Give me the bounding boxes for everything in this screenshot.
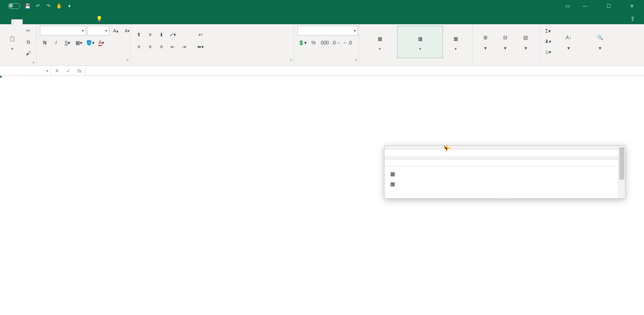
tab-home[interactable] bbox=[11, 19, 23, 24]
fill-color-button[interactable]: 🪣▾ bbox=[85, 38, 95, 48]
ribbon: 📋 ▾ ✂ ⧉ 🖌 ↘ ▾ ▾ A▴ A▾ N I S▾ ▦▾ bbox=[0, 24, 644, 66]
ribbon-tabs: 💡 ⇪ bbox=[0, 12, 644, 24]
merge-center-button[interactable]: ⬌ ▾ bbox=[194, 42, 207, 52]
gallery-section-light bbox=[385, 146, 625, 149]
gallery-resize-grip[interactable]: ⋯⋯ bbox=[385, 191, 625, 198]
font-color-button[interactable]: A▾ bbox=[96, 38, 106, 48]
dialog-launcher-icon[interactable]: ↘ bbox=[354, 57, 357, 62]
tab-review[interactable] bbox=[68, 19, 79, 24]
sort-icon: A↓ bbox=[562, 32, 575, 44]
increase-decimal-button[interactable]: .0→ bbox=[331, 38, 341, 48]
undo-icon[interactable]: ↶ bbox=[35, 3, 41, 9]
indent-increase-button[interactable]: ⇥ bbox=[179, 42, 189, 52]
clear-button[interactable]: ◇▾ bbox=[543, 47, 553, 57]
tab-formulas[interactable] bbox=[45, 19, 56, 24]
group-editing: Σ▾ ⬇▾ ◇▾ A↓▾ 🔍▾ bbox=[540, 24, 644, 65]
dialog-launcher-icon[interactable]: ↘ bbox=[31, 60, 35, 64]
cancel-formula-button[interactable]: ✕ bbox=[51, 68, 63, 74]
align-left-button[interactable]: ≡ bbox=[134, 42, 144, 52]
format-cells-button[interactable]: ▤▾ bbox=[515, 26, 536, 57]
wrap-text-button[interactable]: ↩ bbox=[194, 30, 207, 40]
tell-me-search[interactable]: 💡 bbox=[90, 13, 111, 24]
insert-icon: ⊞ bbox=[479, 32, 491, 44]
sort-filter-button[interactable]: A↓▾ bbox=[554, 26, 583, 57]
new-table-style-menuitem[interactable]: ▦ bbox=[385, 169, 625, 179]
orientation-button[interactable]: ⤢▾ bbox=[168, 30, 178, 40]
dialog-launcher-icon[interactable]: ↘ bbox=[125, 57, 129, 62]
ribbon-options-icon[interactable]: ▭ bbox=[564, 3, 571, 9]
align-right-button[interactable]: ≡ bbox=[157, 42, 166, 52]
save-icon[interactable]: 💾 bbox=[24, 3, 31, 9]
conditional-formatting-button[interactable]: ▦ ▾ bbox=[362, 26, 397, 58]
fx-button[interactable]: fx bbox=[74, 68, 85, 74]
align-center-button[interactable]: ≡ bbox=[145, 42, 155, 52]
fill-button[interactable]: ⬇▾ bbox=[543, 37, 553, 46]
delete-icon: ⊟ bbox=[499, 32, 511, 44]
share-icon: ⇪ bbox=[630, 15, 635, 22]
tab-view[interactable] bbox=[79, 19, 90, 24]
tab-insert[interactable] bbox=[23, 19, 34, 24]
group-clipboard: 📋 ▾ ✂ ⧉ 🖌 ↘ bbox=[0, 24, 37, 65]
number-format-combo[interactable]: ▾ bbox=[297, 26, 358, 36]
redo-icon[interactable]: ↷ bbox=[45, 3, 52, 9]
gallery-scrollbar[interactable] bbox=[618, 146, 625, 198]
pivot-icon: ▦ bbox=[390, 181, 395, 187]
group-styles: ▦ ▾ ▦ ▾ ▦ ▾ bbox=[359, 24, 473, 65]
borders-button[interactable]: ▦▾ bbox=[74, 38, 84, 48]
tab-layout[interactable] bbox=[34, 19, 45, 24]
accounting-format-button[interactable]: 💲▾ bbox=[297, 38, 307, 48]
touch-mode-icon[interactable]: ✋ bbox=[56, 3, 62, 9]
copy-button[interactable]: ⧉ bbox=[23, 37, 33, 47]
close-button[interactable]: ✕ bbox=[623, 0, 641, 12]
share-button[interactable]: ⇪ bbox=[624, 13, 644, 24]
cond-format-icon: ▦ bbox=[374, 33, 386, 45]
cell-styles-button[interactable]: ▦ ▾ bbox=[443, 26, 468, 58]
group-alignment: ⬆ ≡ ⬇ ⤢▾ ≡ ≡ ≡ ⇤ ⇥ ↩ ⬌ ▾ ↘ bbox=[131, 24, 294, 65]
percent-button[interactable]: % bbox=[309, 38, 318, 48]
font-name-combo[interactable]: ▾ bbox=[40, 26, 86, 36]
group-font: ▾ ▾ A▴ A▾ N I S▾ ▦▾ 🪣▾ A▾ ↘ bbox=[37, 24, 131, 65]
italic-button[interactable]: I bbox=[51, 38, 61, 48]
lightbulb-icon: 💡 bbox=[96, 16, 102, 22]
autosave-toggle[interactable] bbox=[6, 3, 20, 9]
group-number: ▾ 💲▾ % 000 .0→ ←.0 ↘ bbox=[294, 24, 359, 65]
format-as-table-button[interactable]: ▦ ▾ bbox=[397, 26, 443, 58]
thousands-button[interactable]: 000 bbox=[320, 38, 330, 48]
insert-cells-button[interactable]: ⊞▾ bbox=[476, 26, 496, 57]
decrease-decimal-button[interactable]: ←.0 bbox=[343, 38, 352, 48]
autosum-button[interactable]: Σ▾ bbox=[543, 26, 553, 36]
align-bottom-button[interactable]: ⬇ bbox=[157, 30, 166, 40]
toggle-off-icon bbox=[8, 3, 20, 9]
dialog-launcher-icon[interactable]: ↘ bbox=[289, 57, 292, 62]
paste-button[interactable]: 📋 ▾ bbox=[3, 26, 21, 58]
font-size-combo[interactable]: ▾ bbox=[88, 26, 109, 36]
group-cells: ⊞▾ ⊟▾ ▤▾ bbox=[473, 24, 540, 65]
delete-cells-button[interactable]: ⊟▾ bbox=[496, 26, 515, 57]
enter-formula-button[interactable]: ✓ bbox=[63, 68, 74, 74]
formula-bar: ▾ ✕ ✓ fx bbox=[0, 66, 644, 76]
increase-font-button[interactable]: A▴ bbox=[111, 26, 121, 36]
clipboard-icon: 📋 bbox=[6, 33, 18, 45]
underline-button[interactable]: S▾ bbox=[63, 38, 72, 48]
indent-decrease-button[interactable]: ⇤ bbox=[168, 42, 178, 52]
align-top-button[interactable]: ⬆ bbox=[134, 30, 144, 40]
formula-input[interactable] bbox=[86, 66, 644, 76]
cell-styles-icon: ▦ bbox=[450, 33, 462, 45]
tab-file[interactable] bbox=[0, 19, 11, 24]
format-painter-button[interactable]: 🖌 bbox=[23, 48, 33, 58]
gallery-section-medium bbox=[385, 156, 625, 160]
name-box[interactable]: ▾ bbox=[0, 66, 51, 76]
tab-data[interactable] bbox=[56, 19, 68, 24]
maximize-button[interactable]: ☐ bbox=[600, 0, 617, 12]
table-icon: ▦ bbox=[390, 171, 395, 177]
cut-button[interactable]: ✂ bbox=[23, 26, 33, 36]
align-middle-button[interactable]: ≡ bbox=[145, 30, 155, 40]
minimize-button[interactable]: — bbox=[576, 0, 594, 12]
table-styles-gallery: ▦ ▦ ⋯⋯ bbox=[384, 145, 625, 199]
title-bar: 💾 ↶ ↷ ✋ ▾ ▭ — ☐ ✕ bbox=[0, 0, 644, 12]
new-pivot-table-style-menuitem[interactable]: ▦ bbox=[385, 179, 625, 189]
find-select-button[interactable]: 🔍▾ bbox=[584, 26, 616, 57]
qat-customize-icon[interactable]: ▾ bbox=[66, 3, 73, 9]
bold-button[interactable]: N bbox=[40, 38, 50, 48]
worksheet-area: ▦ ▦ ⋯⋯ bbox=[0, 76, 644, 315]
